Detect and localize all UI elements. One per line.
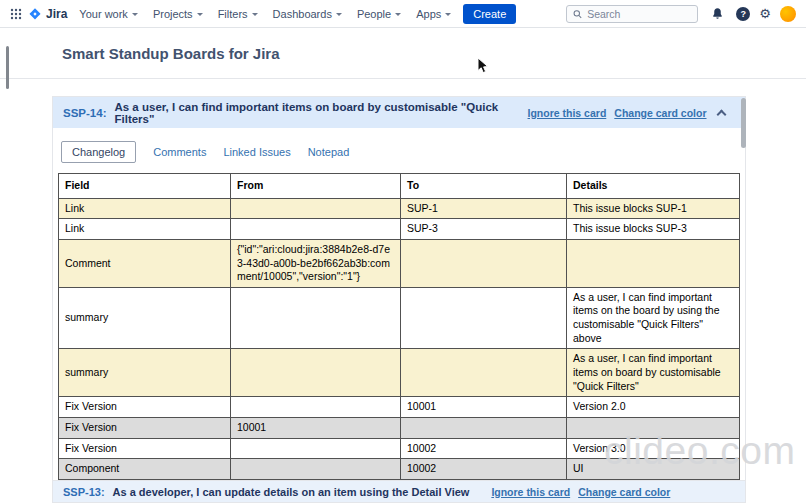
cell-from: {"id":"ari:cloud:jira:3884b2e8-d7e3-43d0… [231,239,401,287]
card-header: SSP-14: As a user, I can find important … [53,97,745,128]
page-scrollbar-thumb[interactable] [6,46,9,89]
cell-field: Fix Version [59,417,231,438]
cell-details: This issue blocks SUP-1 [567,198,740,219]
help-icon[interactable] [736,7,750,21]
cell-details: As a user, I can find important items on… [567,287,740,349]
tab-linked-issues[interactable]: Linked Issues [223,146,290,158]
col-header-details: Details [567,174,740,199]
changelog-row: Comment {"id":"ari:cloud:jira:3884b2e8-d… [59,239,740,287]
card-ssp-13: SSP-13: As a developer, I can update det… [52,480,746,503]
cell-details: As a user, I can find important items on… [567,349,740,397]
card-ssp-14: SSP-14: As a user, I can find important … [52,96,746,503]
cell-field: Fix Version [59,438,231,459]
cell-to [401,239,567,287]
cell-to: SUP-1 [401,198,567,219]
nav-your-work[interactable]: Your work [79,8,138,20]
cell-details: Version 3.0 [567,438,740,459]
nav-right-actions [566,4,796,24]
content-divider [0,78,806,79]
nav-label: Filters [218,8,248,20]
cursor-arrow-icon [477,57,489,74]
nav-apps[interactable]: Apps [416,8,451,20]
chevron-down-icon [336,13,342,16]
cell-field: summary [59,287,231,349]
nav-filters[interactable]: Filters [218,8,258,20]
ignore-card-link[interactable]: Ignore this card [528,107,607,119]
app-switcher-icon[interactable] [6,4,26,24]
cell-details: UI [567,459,740,480]
cell-details: Version 2.0 [567,397,740,418]
grid-icon [10,8,22,20]
nav-label: Dashboards [273,8,332,20]
search-icon [573,9,582,19]
tab-changelog[interactable]: Changelog [61,141,136,163]
create-button[interactable]: Create [463,4,516,24]
cell-from [231,459,401,480]
issue-summary: As a user, I can find important items on… [114,101,501,125]
notifications-icon[interactable] [707,4,727,24]
col-header-from: From [231,174,401,199]
changelog-row: Link SUP-1 This issue blocks SUP-1 [59,198,740,219]
page-title: Smart Standup Boards for Jira [62,45,280,62]
cell-from [231,397,401,418]
chevron-down-icon [395,13,401,16]
issue-summary: As a developer, I can update details on … [113,486,470,498]
change-card-color-link[interactable]: Change card color [578,486,670,498]
top-navigation: Jira Your work Projects Filters Dashboar… [0,0,806,28]
search-input[interactable] [587,8,691,20]
nav-projects[interactable]: Projects [153,8,203,20]
main-menu: Your work Projects Filters Dashboards Pe… [79,8,451,20]
cell-from: 10001 [231,417,401,438]
search-box[interactable] [566,5,698,23]
changelog-row: Fix Version 10002 Version 3.0 [59,438,740,459]
tab-notepad[interactable]: Notepad [308,146,350,158]
mouse-cursor [477,57,489,78]
jira-logo[interactable]: Jira [28,7,67,21]
table-header-row: Field From To Details [59,174,740,199]
cell-field: Link [59,198,231,219]
cell-from [231,287,401,349]
nav-label: People [357,8,391,20]
cell-field: Fix Version [59,397,231,418]
cell-to [401,349,567,397]
tab-comments[interactable]: Comments [153,146,206,158]
cell-to: 10002 [401,459,567,480]
card-scrollbar-thumb[interactable] [741,98,746,148]
issue-key[interactable]: SSP-13: [63,486,105,498]
nav-dashboards[interactable]: Dashboards [273,8,342,20]
jira-logo-icon [28,7,42,21]
cell-field: Link [59,219,231,240]
changelog-row: Link SUP-3 This issue blocks SUP-3 [59,219,740,240]
chevron-down-icon [252,13,258,16]
settings-gear-icon[interactable] [759,7,771,20]
cell-from [231,349,401,397]
nav-label: Apps [416,8,441,20]
issue-key[interactable]: SSP-14: [63,107,106,119]
cell-field: Comment [59,239,231,287]
bell-icon [711,7,724,20]
cell-field: Component [59,459,231,480]
changelog-row: Component 10002 UI [59,459,740,480]
nav-people[interactable]: People [357,8,401,20]
cell-field: summary [59,349,231,397]
cell-to [401,417,567,438]
user-avatar[interactable] [780,6,796,22]
change-card-color-link[interactable]: Change card color [614,107,706,119]
collapse-card-button[interactable] [715,105,730,121]
cell-details [567,239,740,287]
cell-from [231,198,401,219]
ignore-card-link[interactable]: Ignore this card [491,486,570,498]
chevron-up-icon [717,109,727,119]
cell-to: 10001 [401,397,567,418]
col-header-to: To [401,174,567,199]
changelog-row: summary As a user, I can find important … [59,349,740,397]
cell-from [231,438,401,459]
changelog-row: Fix Version 10001 Version 2.0 [59,397,740,418]
changelog-table: Field From To Details Link SUP-1 This is… [58,173,740,501]
col-header-field: Field [59,174,231,199]
nav-label: Projects [153,8,193,20]
cell-to [401,287,567,349]
chevron-down-icon [197,13,203,16]
cell-to: SUP-3 [401,219,567,240]
chevron-down-icon [132,13,138,16]
